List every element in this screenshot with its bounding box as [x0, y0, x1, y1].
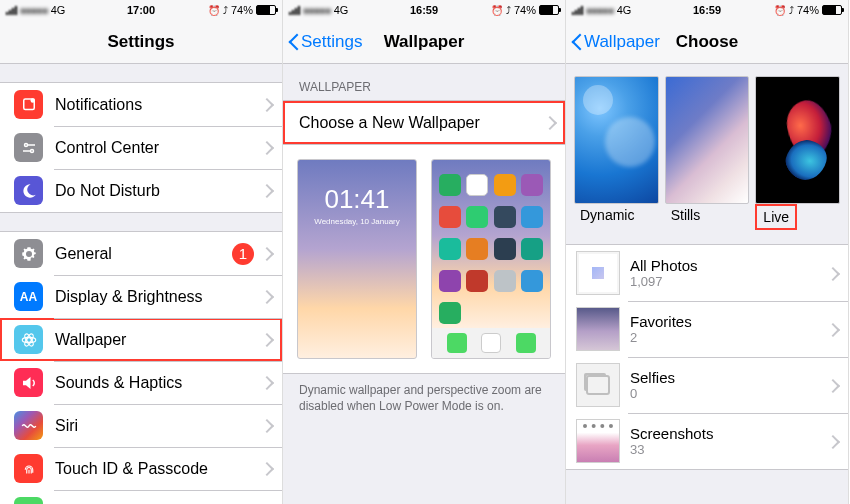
- app-icon: [521, 174, 543, 196]
- album-label: Favorites: [630, 313, 820, 330]
- screen-settings: ●●●●● 4G 17:00 ⏰ ⤴ 74% Settings Notifica…: [0, 0, 283, 504]
- app-icon: [516, 333, 536, 353]
- sound-icon: [14, 368, 43, 397]
- row-notifications[interactable]: Notifications: [0, 83, 282, 126]
- stills-thumb: [665, 76, 750, 204]
- category-stills[interactable]: Stills: [665, 76, 750, 230]
- row-siri[interactable]: Siri: [0, 404, 282, 447]
- carrier-label: ●●●●●: [20, 5, 48, 16]
- lock-date: Wednesday, 10 January: [314, 217, 400, 226]
- chevron-right-icon: [545, 116, 553, 129]
- row-label: Siri: [55, 417, 254, 435]
- settings-group-2: General 1 AA Display & Brightness Wallpa…: [0, 231, 282, 504]
- row-label: Notifications: [55, 96, 254, 114]
- battery-icon: [539, 5, 559, 15]
- lock-time: 01:41: [324, 184, 389, 215]
- chevron-right-icon: [262, 247, 270, 260]
- status-bar: ●●●●● 4G 16:59 ⏰ ⤴ 74%: [566, 0, 848, 20]
- moon-icon: [14, 176, 43, 205]
- dock: [432, 328, 550, 358]
- control-center-icon: [14, 133, 43, 162]
- chevron-right-icon: [828, 267, 836, 280]
- nav-bar: Wallpaper Choose: [566, 20, 848, 64]
- chevron-right-icon: [828, 435, 836, 448]
- status-time: 17:00: [127, 4, 155, 16]
- app-icon: [521, 206, 543, 228]
- dynamic-thumb: [574, 76, 659, 204]
- row-label: General: [55, 245, 232, 263]
- row-display-brightness[interactable]: AA Display & Brightness: [0, 275, 282, 318]
- app-icon: [439, 206, 461, 228]
- album-screenshots[interactable]: Screenshots 33: [566, 413, 848, 469]
- home-screen-preview[interactable]: [431, 159, 551, 359]
- album-thumb: [576, 251, 620, 295]
- album-count: 1,097: [630, 274, 820, 289]
- footer-note: Dynamic wallpaper and perspective zoom a…: [283, 374, 565, 422]
- row-wallpaper[interactable]: Wallpaper: [0, 318, 282, 361]
- notifications-icon: [14, 90, 43, 119]
- category-dynamic[interactable]: Dynamic: [574, 76, 659, 230]
- status-bar: ●●●●● 4G 16:59 ⏰ ⤴ 74%: [283, 0, 565, 20]
- album-list: All Photos 1,097 Favorites 2 Selfies 0: [566, 244, 848, 470]
- chevron-right-icon: [828, 323, 836, 336]
- signal-icon: [289, 6, 300, 15]
- album-count: 33: [630, 442, 820, 457]
- category-label: Live: [761, 209, 791, 225]
- page-title: Choose: [676, 32, 738, 52]
- nav-bar: Settings Wallpaper: [283, 20, 565, 64]
- alarm-icon: ⏰: [491, 5, 503, 16]
- siri-icon: [14, 411, 43, 440]
- album-selfies[interactable]: Selfies 0: [566, 357, 848, 413]
- choose-new-list: Choose a New Wallpaper: [283, 100, 565, 145]
- back-button[interactable]: Wallpaper: [570, 32, 660, 52]
- app-icon: [439, 270, 461, 292]
- signal-icon: [572, 6, 583, 15]
- row-touch-id[interactable]: Touch ID & Passcode: [0, 447, 282, 490]
- app-icon: [439, 174, 461, 196]
- battery-pct: 74%: [231, 4, 253, 16]
- app-icon: [466, 174, 488, 196]
- app-icon: [481, 333, 501, 353]
- album-thumb: [576, 307, 620, 351]
- album-favorites[interactable]: Favorites 2: [566, 301, 848, 357]
- category-live[interactable]: Live: [755, 76, 840, 230]
- back-button[interactable]: Settings: [287, 32, 362, 52]
- carrier-label: ●●●●●: [586, 5, 614, 16]
- row-general[interactable]: General 1: [0, 232, 282, 275]
- fingerprint-icon: [14, 454, 43, 483]
- row-battery[interactable]: Battery: [0, 490, 282, 504]
- row-sounds-haptics[interactable]: Sounds & Haptics: [0, 361, 282, 404]
- row-label: Sounds & Haptics: [55, 374, 254, 392]
- row-control-center[interactable]: Control Center: [0, 126, 282, 169]
- app-icon: [494, 238, 516, 260]
- alarm-icon: ⏰: [208, 5, 220, 16]
- status-time: 16:59: [410, 4, 438, 16]
- svg-point-4: [30, 149, 33, 152]
- album-label: All Photos: [630, 257, 820, 274]
- chevron-right-icon: [262, 290, 270, 303]
- app-icon: [439, 302, 461, 324]
- battery-pct: 74%: [797, 4, 819, 16]
- album-all-photos[interactable]: All Photos 1,097: [566, 245, 848, 301]
- album-label: Screenshots: [630, 425, 820, 442]
- back-label: Settings: [301, 32, 362, 52]
- chevron-right-icon: [262, 462, 270, 475]
- svg-point-2: [24, 143, 27, 146]
- svg-point-1: [30, 98, 35, 103]
- battery-pct: 74%: [514, 4, 536, 16]
- battery-icon: [256, 5, 276, 15]
- display-icon: AA: [14, 282, 43, 311]
- row-label: Control Center: [55, 139, 254, 157]
- battery-icon: [822, 5, 842, 15]
- nav-bar: Settings: [0, 20, 282, 64]
- screen-choose: ●●●●● 4G 16:59 ⏰ ⤴ 74% Wallpaper Choose …: [566, 0, 849, 504]
- chevron-left-icon: [287, 32, 299, 52]
- choose-new-wallpaper[interactable]: Choose a New Wallpaper: [283, 101, 565, 144]
- lock-screen-preview[interactable]: 01:41 Wednesday, 10 January: [297, 159, 417, 359]
- row-label: Display & Brightness: [55, 288, 254, 306]
- gear-icon: [14, 239, 43, 268]
- settings-group-1: Notifications Control Center Do Not Dist…: [0, 82, 282, 213]
- row-do-not-disturb[interactable]: Do Not Disturb: [0, 169, 282, 212]
- row-label: Touch ID & Passcode: [55, 460, 254, 478]
- app-icon: [521, 270, 543, 292]
